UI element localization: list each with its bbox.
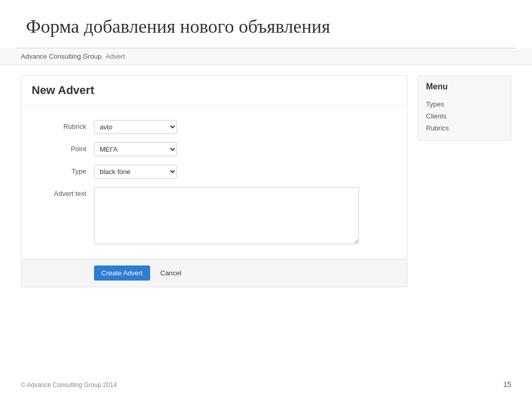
breadcrumb-home[interactable]: Advance Consulting Group (21, 52, 101, 60)
rubrick-select[interactable]: avto realty jobs services (94, 120, 177, 134)
type-select[interactable]: black fone white fone color (94, 165, 177, 179)
menu-item-rubrics[interactable]: Rubrics (418, 122, 511, 134)
page-title: Форма добавления нового объявления (0, 0, 532, 48)
form-body: Rubrick avto realty jobs services Point … (21, 105, 407, 259)
rubrick-label: Rubrick (32, 120, 94, 130)
footer-copyright: © Advance Consulting Group 2014 (21, 381, 117, 389)
cancel-button[interactable]: Cancel (155, 265, 187, 281)
menu-box: Menu Types Clients Rubrics (418, 75, 511, 141)
advert-text-input[interactable] (94, 187, 359, 244)
breadcrumb: Advance Consulting Group Advert (0, 48, 532, 65)
form-panel: New Advert Rubrick avto realty jobs serv… (21, 75, 407, 287)
breadcrumb-current: Advert (105, 52, 125, 60)
point-row: Point МЕГА City Center North South (21, 138, 407, 161)
advert-text-row: Advert text (21, 183, 407, 248)
menu-item-clients[interactable]: Clients (418, 110, 511, 122)
main-content: New Advert Rubrick avto realty jobs serv… (0, 65, 532, 298)
form-title: New Advert (32, 84, 396, 97)
type-row: Type black fone white fone color (21, 161, 407, 183)
menu-items: Types Clients Rubrics (418, 96, 511, 140)
menu-title: Menu (418, 76, 511, 96)
point-label: Point (32, 142, 94, 153)
menu-item-types[interactable]: Types (418, 98, 511, 110)
form-footer: Create Advert Cancel (21, 259, 407, 287)
type-label: Type (32, 165, 94, 175)
create-advert-button[interactable]: Create Advert (94, 265, 150, 281)
advert-text-label: Advert text (32, 187, 94, 197)
page-number: 15 (503, 380, 511, 389)
form-header: New Advert (21, 76, 407, 105)
point-select[interactable]: МЕГА City Center North South (94, 142, 177, 156)
rubrick-row: Rubrick avto realty jobs services (21, 116, 407, 138)
sidebar: Menu Types Clients Rubrics (418, 75, 511, 287)
